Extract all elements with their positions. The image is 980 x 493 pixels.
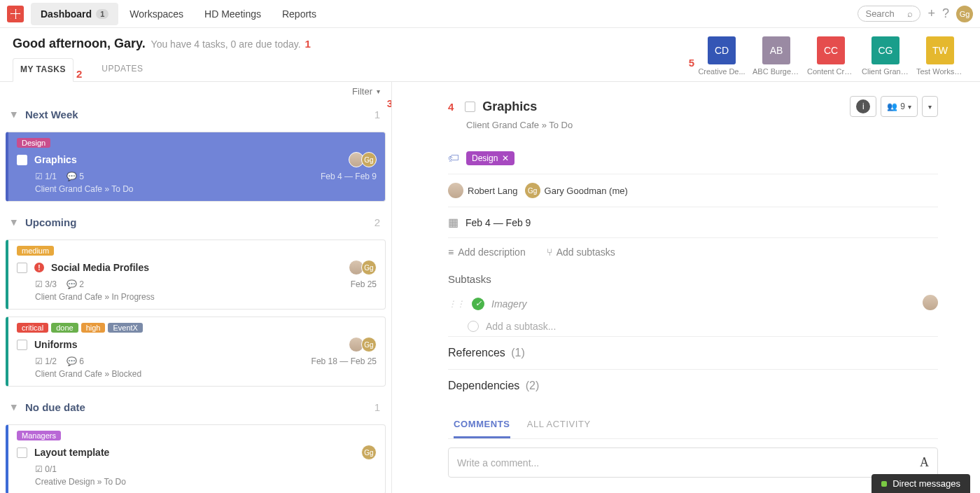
task-path: Client Grand Cafe » In Progress: [35, 292, 377, 302]
avatar: Gg: [361, 337, 377, 352]
task-tag: medium: [17, 246, 54, 256]
nav-tab-label: HD Meetings: [204, 8, 261, 20]
tag-row: medium: [17, 246, 377, 256]
workspace-tile[interactable]: ABABC Burgers...: [753, 36, 799, 76]
tab-activity[interactable]: ALL ACTIVITY: [527, 412, 591, 438]
subtask-count: ☑ 1/1: [35, 172, 57, 181]
plus-icon[interactable]: +: [927, 6, 935, 21]
subtask-item[interactable]: ⋮⋮ ✓ Imagery: [448, 291, 938, 317]
avatar: Gg: [361, 260, 377, 275]
dependencies-section[interactable]: Dependencies (2): [448, 369, 938, 402]
search-placeholder: Search: [865, 8, 894, 19]
add-subtasks-button[interactable]: ⑂Add subtasks: [547, 246, 615, 258]
placeholder: Add a subtask...: [486, 321, 556, 332]
watchers-count: 9: [900, 102, 905, 111]
task-card[interactable]: medium ! Social Media Profiles Gg ☑ 3/3 …: [6, 239, 386, 310]
ws-tile-box: CC: [817, 36, 845, 64]
direct-messages-bar[interactable]: Direct messages: [872, 474, 970, 493]
assignee[interactable]: Robert Lang: [448, 183, 518, 198]
task-checkbox[interactable]: [17, 340, 27, 350]
add-subtask-input[interactable]: Add a subtask...: [448, 317, 938, 336]
task-checkbox[interactable]: [17, 447, 27, 458]
detail-actions: i 👥 9 ▾ ▾: [850, 96, 938, 117]
subtab-my-tasks[interactable]: MY TASKS: [13, 58, 74, 82]
workspace-tile[interactable]: CGClient Grand...: [862, 36, 909, 76]
annotation-5: 5: [689, 57, 694, 69]
task-meta: ☑ 0/1: [35, 464, 377, 474]
task-tag: critical: [17, 323, 48, 333]
section-title: Upcoming: [25, 216, 76, 228]
subtask-count: ☑ 0/1: [35, 464, 57, 474]
task-title: Layout template: [34, 447, 109, 458]
task-title-row: ! Social Media Profiles Gg: [17, 260, 377, 275]
chevron-down-icon: ▾: [11, 108, 17, 120]
task-card[interactable]: Design Graphics Gg ☑ 1/1 💬 5 Feb 4 — Feb…: [6, 132, 386, 202]
workspace-tile[interactable]: CDCreative De...: [699, 36, 745, 76]
section-count: 2: [374, 216, 380, 228]
nav-tab-dashboard[interactable]: Dashboard 1: [31, 3, 118, 25]
tag-icon: 🏷: [448, 152, 459, 165]
ws-tile-label: ABC Burgers...: [752, 67, 800, 76]
references-section[interactable]: References (1): [448, 336, 938, 369]
nav-tab-label: Dashboard: [41, 8, 92, 20]
section-heading[interactable]: ▾Next Week1: [0, 101, 391, 127]
subtask-title: Imagery: [491, 298, 527, 310]
tags-row: 🏷 Design ✕: [448, 143, 938, 174]
info-button[interactable]: i: [850, 96, 876, 117]
task-card[interactable]: Managers Layout template Gg ☑ 0/1 Creati…: [6, 424, 386, 493]
chevron-down-icon: ▾: [11, 401, 17, 413]
tag-row: Design: [17, 138, 377, 148]
workspace-tile[interactable]: CCContent Cre...: [808, 36, 854, 76]
tag-row: criticaldonehighEventX: [17, 323, 377, 333]
close-icon[interactable]: ✕: [502, 153, 509, 163]
avatar: Gg: [361, 152, 377, 167]
section-heading[interactable]: ▾No due date1: [0, 394, 391, 420]
task-checkbox[interactable]: [465, 102, 475, 112]
section-heading[interactable]: ▾Upcoming2: [0, 209, 391, 235]
nav-tab-meetings[interactable]: HD Meetings: [195, 3, 271, 25]
workspace-tile[interactable]: TWTest Worksp...: [917, 36, 963, 76]
task-tag: Managers: [17, 431, 61, 440]
more-button[interactable]: ▾: [922, 96, 938, 117]
user-avatar[interactable]: Gg: [956, 6, 973, 22]
tag-design[interactable]: Design ✕: [466, 151, 514, 165]
task-checkbox[interactable]: [17, 155, 27, 165]
app-logo[interactable]: [7, 6, 24, 22]
filter-button[interactable]: Filter ▾ 3: [0, 82, 391, 101]
avatar: Gg: [525, 183, 540, 198]
detail-header: 4 Graphics i 👥 9 ▾ ▾: [448, 96, 938, 117]
avatar: [923, 295, 938, 310]
task-tag: Design: [17, 138, 50, 148]
tag-text: Design: [472, 153, 498, 163]
nav-tab-label: Reports: [282, 8, 316, 20]
format-icon[interactable]: A: [920, 455, 929, 470]
task-breadcrumb[interactable]: Client Grand Cafe » To Do: [466, 120, 938, 130]
section-count: 1: [374, 401, 380, 413]
task-path: Creative Design » To Do: [35, 477, 377, 487]
help-icon[interactable]: ?: [942, 6, 949, 21]
task-path: Client Grand Cafe » To Do: [35, 184, 377, 194]
date-row[interactable]: ▦ Feb 4 — Feb 9: [448, 207, 938, 238]
search-input[interactable]: Search ⌕: [858, 6, 920, 22]
label: Direct messages: [892, 478, 960, 489]
assignee[interactable]: GgGary Goodman (me): [525, 183, 628, 198]
subtab-updates[interactable]: UPDATES: [94, 58, 150, 81]
label: Add subtasks: [556, 246, 615, 258]
task-card[interactable]: criticaldonehighEventX Uniforms Gg ☑ 1/2…: [6, 317, 386, 387]
subtask-count: ☑ 3/3: [35, 279, 57, 289]
tab-comments[interactable]: COMMENTS: [454, 412, 510, 438]
task-checkbox[interactable]: [17, 263, 27, 273]
add-description-button[interactable]: ≡Add description: [448, 246, 526, 258]
watchers-button[interactable]: 👥 9 ▾: [881, 96, 918, 117]
drag-handle-icon[interactable]: ⋮⋮: [448, 299, 465, 309]
placeholder: Write a comment...: [457, 457, 539, 468]
label: References: [448, 347, 505, 359]
nav-tab-workspaces[interactable]: Workspaces: [120, 3, 193, 25]
task-date: Feb 18 — Feb 25: [312, 356, 377, 366]
ws-tile-box: AB: [762, 36, 790, 64]
nav-tab-reports[interactable]: Reports: [272, 3, 326, 25]
comment-input[interactable]: Write a comment... A: [448, 447, 938, 478]
comment-count: 💬 6: [66, 356, 84, 366]
nav-tab-label: Workspaces: [130, 8, 183, 20]
check-circle-icon[interactable]: ✓: [472, 298, 484, 310]
